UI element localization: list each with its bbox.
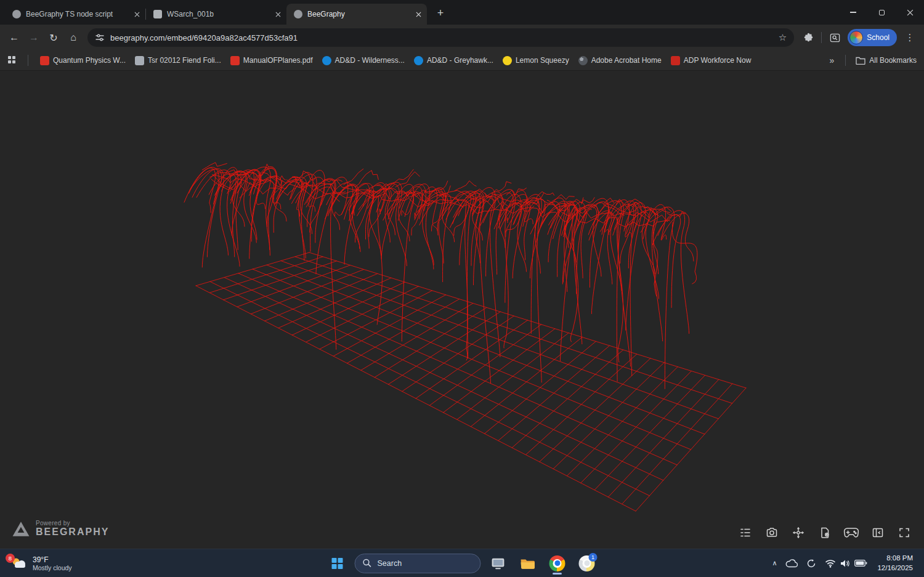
app-window-icon: [492, 557, 505, 570]
pdf-favicon: [40, 56, 49, 65]
beegraphy-favicon: [12, 10, 21, 18]
tab-close-icon[interactable]: [132, 9, 142, 19]
bookmark-item[interactable]: ManualOFPlanes.pdf: [230, 56, 313, 65]
windows-taskbar: 8 39°F Mostly cloudy Search: [0, 549, 924, 577]
new-tab-button[interactable]: +: [432, 4, 449, 22]
site-favicon: [414, 56, 423, 65]
side-panel-search-icon[interactable]: [825, 28, 844, 47]
folder-icon: [521, 557, 535, 570]
bookmark-item[interactable]: Tsr 02012 Fiend Foli...: [135, 56, 221, 65]
weather-condition: Mostly cloudy: [33, 564, 72, 571]
bookmark-item[interactable]: Adobe Acrobat Home: [578, 56, 662, 65]
tab-beegraphy-ts-node-script[interactable]: BeeGraphy TS node script: [5, 4, 145, 25]
maximize-icon: [879, 10, 885, 15]
taskbar-app-window-button[interactable]: [486, 551, 511, 576]
start-button[interactable]: [325, 551, 350, 576]
fullscreen-button[interactable]: [894, 522, 915, 543]
folder-icon: [856, 56, 865, 65]
search-icon: [363, 559, 372, 568]
tab-title: BeeGraphy TS node script: [26, 10, 127, 18]
file-explorer-button[interactable]: [516, 551, 540, 576]
chrome-profile2-button[interactable]: 1: [575, 551, 599, 576]
maximize-button[interactable]: [867, 0, 896, 25]
screenshot-button[interactable]: [761, 522, 782, 543]
controller-button[interactable]: [841, 522, 862, 543]
weather-cloud-icon: 8: [10, 556, 27, 571]
chrome-button[interactable]: [545, 551, 570, 576]
extensions-puzzle-icon[interactable]: [799, 28, 817, 47]
address-bar[interactable]: beegraphy.com/embed/69420a9a82ac4577d53c…: [87, 28, 794, 47]
export-file-button[interactable]: [814, 522, 835, 543]
bookmark-star-icon[interactable]: ☆: [779, 32, 787, 43]
bookmark-item[interactable]: Quantum Physics W...: [40, 56, 126, 65]
gumball-axis-button[interactable]: [788, 522, 809, 543]
site-info-tune-icon[interactable]: [95, 33, 105, 42]
all-bookmarks-button[interactable]: All Bookmarks: [856, 56, 917, 65]
move-axis-icon: [792, 527, 804, 539]
active-app-indicator: [553, 573, 562, 575]
profile-label: School: [867, 33, 890, 42]
sync-icon[interactable]: [803, 554, 820, 573]
globe-favicon: [578, 56, 588, 65]
beegraphy-favicon: [294, 10, 302, 18]
bookmark-item[interactable]: ADP Workforce Now: [671, 56, 752, 65]
minimize-icon: [850, 12, 856, 12]
reload-button[interactable]: ↻: [44, 28, 63, 47]
list-details-button[interactable]: [735, 522, 756, 543]
bookmark-label: Adobe Acrobat Home: [591, 56, 662, 65]
notification-badge: 8: [6, 554, 15, 563]
toolbar-divider: [821, 32, 822, 43]
wifi-icon: [825, 559, 836, 568]
tab-close-icon[interactable]: [413, 9, 423, 19]
taskbar-center: Search 1: [325, 549, 599, 577]
browser-toolbar: ← → ↻ ⌂ beegraphy.com/embed/69420a9a82ac…: [0, 25, 924, 50]
windows-logo-icon: [332, 558, 343, 569]
home-button[interactable]: ⌂: [64, 28, 83, 47]
tab-close-icon[interactable]: [273, 9, 283, 19]
tab-wsarch-001b[interactable]: WSarch_001b: [146, 4, 286, 25]
bookmark-label: Tsr 02012 Fiend Foli...: [148, 56, 221, 65]
beegraphy-brand: Powered by BEEGRAPHY: [12, 520, 109, 538]
all-bookmarks-label: All Bookmarks: [869, 56, 917, 65]
system-tray: ∧ 8:08 PM 12/16/2025: [768, 549, 922, 577]
chrome-icon: [549, 555, 565, 571]
search-label: Search: [378, 559, 402, 568]
bookmark-item[interactable]: AD&D - Wilderness...: [322, 56, 405, 65]
browser-menu-kebab-icon[interactable]: ⋮: [901, 28, 919, 47]
gamepad-icon: [843, 527, 859, 538]
close-window-button[interactable]: [896, 0, 924, 25]
clock-date: 12/16/2025: [877, 563, 913, 573]
bookmarks-divider: [845, 55, 846, 66]
document-favicon: [153, 10, 162, 18]
tab-title: BeeGraphy: [307, 10, 408, 18]
bookmark-item[interactable]: Lemon Squeezy: [503, 56, 569, 65]
apps-grid-icon[interactable]: [7, 55, 16, 66]
lemon-favicon: [503, 56, 512, 65]
profile-button[interactable]: School: [848, 29, 897, 46]
app-badge: 1: [589, 553, 598, 562]
tray-chevron-icon[interactable]: ∧: [768, 554, 780, 573]
tabs-container: BeeGraphy TS node script WSarch_001b Bee…: [5, 0, 839, 25]
onedrive-cloud-icon[interactable]: [782, 554, 801, 573]
clock-time: 8:08 PM: [877, 554, 913, 563]
brand-name: BEEGRAPHY: [36, 527, 109, 538]
weather-widget[interactable]: 8 39°F Mostly cloudy: [5, 549, 77, 577]
back-button[interactable]: ←: [5, 28, 23, 47]
bookmarks-overflow-chevron-icon[interactable]: »: [829, 55, 836, 65]
side-panel-toggle-button[interactable]: [867, 522, 888, 543]
viewer-stage: Powered by BEEGRAPHY: [0, 71, 924, 549]
minimize-button[interactable]: [839, 0, 867, 25]
taskbar-clock[interactable]: 8:08 PM 12/16/2025: [872, 554, 918, 573]
taskbar-search[interactable]: Search: [355, 554, 481, 573]
file-settings-icon: [819, 527, 831, 539]
wireframe-canvas[interactable]: [0, 71, 924, 549]
battery-icon: [854, 560, 867, 567]
quick-settings-button[interactable]: [821, 554, 871, 573]
forward-button[interactable]: →: [25, 28, 43, 47]
url-text: beegraphy.com/embed/69420a9a82ac4577d53c…: [110, 33, 773, 42]
bookmark-item[interactable]: AD&D - Greyhawk...: [414, 56, 493, 65]
adp-favicon: [671, 56, 680, 65]
tab-beegraphy-active[interactable]: BeeGraphy: [286, 4, 427, 25]
bookmark-label: ADP Workforce Now: [684, 56, 752, 65]
bookmarks-right-group: » All Bookmarks: [829, 55, 917, 66]
